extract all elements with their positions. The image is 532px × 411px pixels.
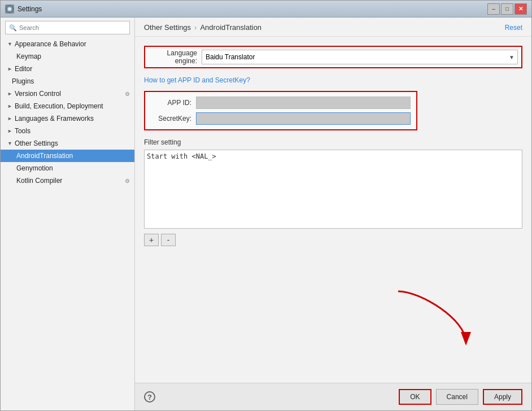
sidebar-item-label: Build, Execution, Deployment xyxy=(15,102,103,110)
chevron-icon: ► xyxy=(7,116,12,121)
svg-point-1 xyxy=(8,7,11,11)
search-box[interactable]: 🔍 xyxy=(5,21,130,34)
ok-button[interactable]: OK xyxy=(399,389,431,405)
arrow-area xyxy=(144,246,522,359)
secret-key-label: SecretKey: xyxy=(151,115,191,123)
settings-badge-icon: ⚙ xyxy=(125,178,130,184)
sidebar-item-label: Version Control xyxy=(15,90,61,98)
how-to-link[interactable]: How to get APP ID and SecretKey? xyxy=(144,76,250,84)
sidebar-item-label: Appearance & Behavior xyxy=(15,40,86,48)
maximize-button[interactable]: □ xyxy=(501,3,513,15)
language-engine-box: Language engine: Baidu Translator Google… xyxy=(144,46,522,68)
sidebar-item-label: Plugins xyxy=(12,77,34,85)
sidebar-item-label: Other Settings xyxy=(15,139,58,147)
help-button[interactable]: ? xyxy=(144,391,155,403)
app-id-label: APP ID: xyxy=(151,99,191,107)
right-panel: Other Settings › AndroidTranslation Rese… xyxy=(135,18,531,410)
sidebar-item-label: AndroidTranslation xyxy=(16,152,73,160)
reset-link[interactable]: Reset xyxy=(505,24,522,32)
breadcrumb-separator: › xyxy=(194,23,197,32)
secret-key-input[interactable] xyxy=(196,112,411,125)
language-engine-select[interactable]: Baidu Translator Google Translator Youda… xyxy=(202,50,518,64)
apply-button[interactable]: Apply xyxy=(483,389,522,405)
sidebar-item-label: Genymotion xyxy=(16,164,53,172)
sidebar-item-label: Editor xyxy=(15,65,32,73)
sidebar-item-tools[interactable]: ► Tools xyxy=(1,125,134,137)
language-engine-select-wrapper[interactable]: Baidu Translator Google Translator Youda… xyxy=(202,50,518,64)
search-icon: 🔍 xyxy=(9,24,17,32)
filter-textarea[interactable] xyxy=(144,150,522,229)
credentials-box: APP ID: SecretKey: xyxy=(144,91,417,130)
sidebar-item-other-settings[interactable]: ▼ Other Settings xyxy=(1,137,134,150)
chevron-icon: ► xyxy=(7,103,12,109)
sidebar-item-build-execution[interactable]: ► Build, Execution, Deployment xyxy=(1,100,134,112)
sidebar-item-label: Tools xyxy=(15,127,30,135)
settings-badge-icon: ⚙ xyxy=(125,91,130,97)
breadcrumb-child: AndroidTranslation xyxy=(200,23,261,32)
sidebar-item-editor[interactable]: ► Editor xyxy=(1,63,134,75)
bottom-buttons: OK Cancel Apply xyxy=(399,389,522,405)
chevron-icon: ► xyxy=(7,91,12,97)
sidebar-item-appearance-behavior[interactable]: ▼ Appearance & Behavior xyxy=(1,38,134,50)
title-bar: Settings – □ ✕ xyxy=(1,1,531,18)
filter-setting-section: Filter setting + - xyxy=(144,138,522,246)
sidebar-item-genymotion[interactable]: Genymotion xyxy=(1,162,134,174)
language-engine-label: Language engine: xyxy=(149,49,197,65)
filter-setting-label: Filter setting xyxy=(144,138,522,146)
sidebar-item-kotlin-compiler[interactable]: Kotlin Compiler ⚙ xyxy=(1,174,134,187)
breadcrumb-root: Other Settings xyxy=(144,23,191,32)
secret-key-row: SecretKey: xyxy=(151,112,411,125)
window-controls: – □ ✕ xyxy=(487,3,527,15)
sidebar-item-android-translation[interactable]: AndroidTranslation xyxy=(1,150,134,162)
add-filter-button[interactable]: + xyxy=(144,234,159,246)
sidebar-item-plugins[interactable]: Plugins xyxy=(1,75,134,88)
close-button[interactable]: ✕ xyxy=(514,3,527,15)
filter-buttons: + - xyxy=(144,234,522,246)
app-id-input[interactable] xyxy=(196,97,411,109)
cancel-button[interactable]: Cancel xyxy=(436,389,478,405)
panel-body: Language engine: Baidu Translator Google… xyxy=(135,37,531,383)
red-arrow-annotation xyxy=(387,286,477,353)
app-id-row: APP ID: xyxy=(151,97,411,109)
chevron-icon: ▼ xyxy=(7,41,12,47)
minimize-button[interactable]: – xyxy=(487,3,500,15)
sidebar-item-label: Languages & Frameworks xyxy=(15,115,94,123)
window-title: Settings xyxy=(18,5,487,13)
settings-window: Settings – □ ✕ 🔍 ▼ Appearance & Behavior… xyxy=(0,0,532,411)
chevron-icon: ► xyxy=(7,66,12,72)
sidebar-item-languages-frameworks[interactable]: ► Languages & Frameworks xyxy=(1,112,134,125)
chevron-icon: ▼ xyxy=(7,141,12,146)
chevron-icon: ► xyxy=(7,128,12,134)
panel-header: Other Settings › AndroidTranslation Rese… xyxy=(135,18,531,37)
breadcrumb: Other Settings › AndroidTranslation xyxy=(144,23,261,32)
sidebar-item-label: Keymap xyxy=(16,53,41,60)
bottom-bar: ? OK Cancel Apply xyxy=(135,383,531,410)
sidebar: 🔍 ▼ Appearance & Behavior Keymap ► Edito… xyxy=(1,18,135,410)
sidebar-item-label: Kotlin Compiler xyxy=(16,177,62,185)
remove-filter-button[interactable]: - xyxy=(161,234,176,246)
sidebar-item-keymap[interactable]: Keymap xyxy=(1,50,134,63)
window-icon xyxy=(5,5,14,14)
main-content: 🔍 ▼ Appearance & Behavior Keymap ► Edito… xyxy=(1,18,531,410)
search-input[interactable] xyxy=(19,24,126,31)
sidebar-item-version-control[interactable]: ► Version Control ⚙ xyxy=(1,88,134,100)
